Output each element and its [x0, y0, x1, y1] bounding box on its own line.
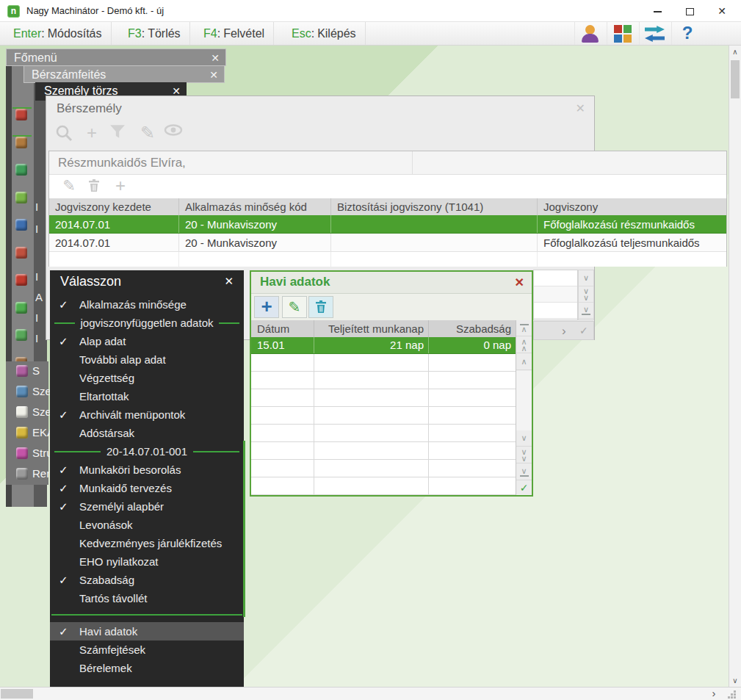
menu-item-clipped[interactable]: Sze	[6, 403, 48, 423]
menu-item-clipped[interactable]: S	[6, 361, 48, 382]
berszamfejtes-window-titlebar[interactable]: Bérszámfeités	[24, 65, 225, 83]
menu-item[interactable]: Alkalmazás minősége	[50, 295, 244, 314]
list-item[interactable]	[534, 270, 577, 286]
scroll-down-arrow[interactable]	[729, 674, 741, 687]
scroll-to-end-icon[interactable]	[579, 303, 593, 319]
scroll-to-top-icon[interactable]	[516, 320, 532, 336]
fomenu-window-titlebar[interactable]: Főmenü	[6, 48, 226, 66]
table-row-empty[interactable]	[251, 389, 516, 407]
filter-icon[interactable]	[109, 124, 130, 143]
havi-adatok-titlebar[interactable]: Havi adatok	[251, 272, 532, 294]
table-row-selected[interactable]: 2014.07.01 20 - Munkaviszony Főfoglalkoz…	[49, 215, 726, 234]
help-button[interactable]	[671, 22, 702, 45]
table-row-empty[interactable]	[251, 477, 516, 495]
menu-item[interactable]: Alap adat	[50, 332, 244, 350]
scroll-down-icon[interactable]	[516, 430, 532, 447]
edit-pencil-icon[interactable]: ✎	[137, 124, 158, 143]
menu-item-clipped[interactable]: Stru	[6, 444, 48, 464]
menu-item[interactable]: Személyi alapbér	[50, 497, 244, 516]
menu-item[interactable]: Archivált menüpontok	[50, 405, 244, 424]
menu-item-clipped[interactable]: Sze	[6, 382, 48, 403]
sidebar-icon[interactable]	[15, 219, 27, 231]
sidebar-icon[interactable]	[15, 164, 27, 176]
menu-item[interactable]: EHO nyilatkozat	[50, 552, 244, 571]
table-row-empty[interactable]	[251, 407, 516, 425]
menu-item[interactable]: Kedvezményes járulékfizetés	[50, 534, 244, 552]
confirm-check-icon[interactable]	[516, 481, 532, 495]
menu-item[interactable]: Munkaköri besorolás	[50, 461, 244, 479]
menu-item[interactable]: Végzettség	[50, 369, 244, 387]
scroll-page-up-icon[interactable]	[516, 337, 532, 353]
scroll-track[interactable]	[516, 371, 532, 430]
menu-item[interactable]: További alap adat	[50, 350, 244, 369]
scroll-page-down-icon[interactable]	[516, 447, 532, 463]
list-item[interactable]	[534, 303, 577, 319]
scroll-to-end-icon[interactable]	[516, 464, 532, 480]
menu-item-clipped[interactable]: EKÁ	[6, 423, 48, 444]
fomenu-close-icon[interactable]	[211, 49, 220, 67]
sync-button[interactable]	[639, 22, 670, 45]
vertical-scrollbar[interactable]	[729, 46, 741, 687]
user-button[interactable]	[574, 22, 605, 45]
menu-item[interactable]: Szabadság	[50, 571, 244, 589]
edit-pencil-icon[interactable]: ✎	[59, 178, 79, 195]
menu-item[interactable]: Bérelemek	[50, 659, 244, 677]
table-row-empty[interactable]	[251, 460, 516, 477]
menu-item[interactable]: Munkaidő tervezés	[50, 479, 244, 497]
edit-pencil-button[interactable]: ✎	[282, 296, 307, 318]
table-row-empty[interactable]	[251, 442, 516, 460]
menu-item[interactable]: Eltartottak	[50, 387, 244, 405]
add-icon[interactable]: +	[111, 178, 130, 195]
havi-adatok-close-icon[interactable]	[515, 275, 524, 289]
menu-item-clipped[interactable]: Ren	[6, 464, 48, 485]
scroll-page-down-icon[interactable]	[579, 286, 593, 303]
scroll-up-arrow[interactable]	[729, 46, 741, 58]
toolbar-item-kilepes[interactable]: EscKilépés	[283, 22, 366, 45]
add-button[interactable]: +	[254, 296, 279, 318]
toolbar-item-torles[interactable]: F3Törlés	[119, 22, 190, 45]
delete-trash-button[interactable]	[308, 296, 333, 318]
sidebar-icon[interactable]	[15, 192, 27, 203]
delete-trash-icon[interactable]	[84, 178, 104, 195]
vertical-scroll-thumb[interactable]	[731, 60, 740, 98]
confirm-check-icon[interactable]	[579, 325, 588, 336]
horizontal-scrollbar[interactable]	[0, 687, 741, 700]
menu-item[interactable]: Adóstársak	[50, 424, 244, 442]
table-row[interactable]: 2014.07.01 20 - Munkaviszony Főfoglalkoz…	[49, 234, 726, 252]
view-eye-icon[interactable]	[164, 124, 184, 143]
menu-item[interactable]: Számfejtések	[50, 641, 244, 659]
sidebar-icon[interactable]	[15, 274, 27, 286]
toolbar-item-modositas[interactable]: EnterMódosítás	[4, 22, 112, 45]
add-icon[interactable]: +	[82, 124, 102, 143]
search-icon[interactable]	[55, 124, 76, 143]
next-arrow-icon[interactable]	[562, 324, 566, 339]
table-row-empty[interactable]	[251, 425, 516, 442]
toolbar-item-felvetel[interactable]: F4Felvétel	[195, 22, 274, 45]
scroll-up-icon[interactable]	[516, 354, 532, 370]
scroll-right-arrow[interactable]	[705, 688, 723, 700]
sidebar-icon[interactable]	[15, 109, 27, 120]
sidebar-icon[interactable]	[15, 329, 27, 341]
table-row-selected[interactable]: 15.01 21 nap 0 nap	[251, 337, 516, 354]
minimize-button[interactable]	[641, 0, 673, 22]
menu-item[interactable]: Levonások	[50, 516, 244, 534]
menu-item-active[interactable]: Havi adatok	[50, 622, 244, 641]
scroll-down-icon[interactable]	[579, 270, 593, 286]
table-row-empty[interactable]	[251, 354, 516, 372]
modules-button[interactable]	[607, 22, 637, 45]
list-item[interactable]	[534, 286, 577, 303]
table-row-empty[interactable]	[49, 252, 726, 267]
sidebar-icon[interactable]	[15, 137, 27, 148]
horizontal-scroll-thumb[interactable]	[1, 689, 33, 699]
berszamfejtes-close-icon[interactable]	[209, 66, 218, 84]
valasszon-close-icon[interactable]	[224, 275, 234, 288]
berszemely-close-icon[interactable]	[576, 101, 585, 115]
table-row-empty[interactable]	[251, 372, 516, 389]
sidebar-icon[interactable]	[15, 247, 27, 259]
window-titlebar[interactable]: n Nagy Machinátor - Demó kft. - új	[0, 0, 741, 22]
maximize-button[interactable]	[673, 0, 706, 22]
resize-grip[interactable]	[734, 690, 736, 693]
close-button[interactable]	[706, 0, 738, 22]
sidebar-icon[interactable]	[15, 302, 27, 314]
menu-item[interactable]: Tartós távollét	[50, 589, 244, 607]
